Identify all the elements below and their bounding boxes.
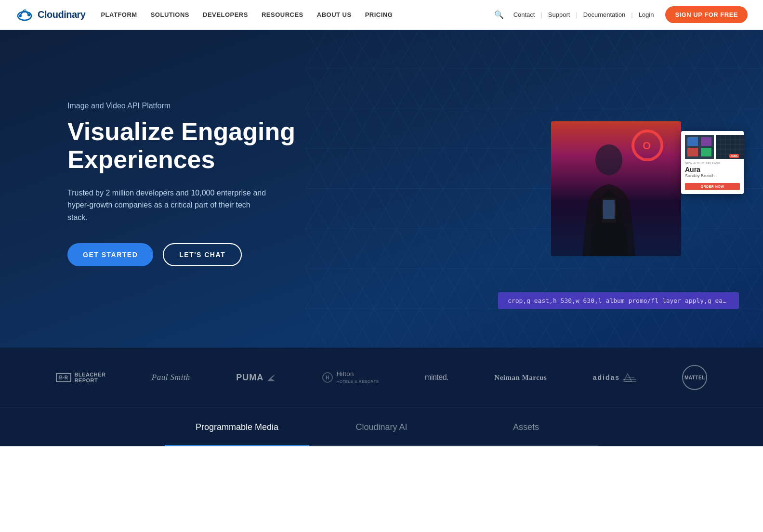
logos-strip: B·R BLEACHERREPORT Paul Smith PUMA H Hil… [0,348,763,407]
tab-assets[interactable]: Assets [454,408,598,446]
svg-point-2 [27,13,30,16]
album-order-button[interactable]: ORDER NOW [685,183,740,190]
nav-developers[interactable]: DEVELOPERS [203,11,248,18]
mattel-text: MATTEL [684,375,705,380]
search-icon[interactable]: 🔍 [494,10,504,19]
nav-support[interactable]: Support [548,11,570,18]
logo-paul-smith: Paul Smith [152,373,190,382]
svg-text:O: O [643,140,651,152]
logo-mattel: MATTEL [682,365,707,390]
svg-point-1 [19,14,22,17]
nm-text: Neiman Marcus [494,374,547,382]
album-art-left [685,135,714,159]
logo-adidas: adidas [593,373,636,382]
tab-programmable-media[interactable]: Programmable Media [165,408,309,446]
hero-content: Image and Video API Platform Visualize E… [67,102,318,266]
nav-resources[interactable]: RESOURCES [262,11,303,18]
hilton-icon: H [322,372,333,383]
hilton-text: HiltonHOTELS & RESORTS [336,371,379,385]
lets-chat-button[interactable]: LET'S CHAT [163,243,242,266]
album-artist: Sunday Brunch [685,173,740,178]
hero-description: Trusted by 2 million developers and 10,0… [67,187,270,224]
album-card: AURA NEW ALBUM RELEASE Aura Sunday Brunc… [681,131,744,194]
nav-sep-1: | [540,11,542,18]
tab-programmable-media-label: Programmable Media [196,422,278,432]
nav-contact[interactable]: Contact [513,11,535,18]
svg-rect-12 [603,200,615,219]
nav-links: PLATFORM SOLUTIONS DEVELOPERS RESOURCES … [101,11,494,18]
nav-documentation[interactable]: Documentation [583,11,625,18]
album-cover-row: AURA [685,135,740,159]
album-title: Aura [685,166,740,173]
logo-bleacher-report: B·R BLEACHERREPORT [56,372,106,383]
tab-cloudinary-ai[interactable]: Cloudinary AI [309,408,454,446]
get-started-button[interactable]: GET STARTED [67,243,153,266]
hero-url-bar: crop,g_east,h_530,w_630,l_album_promo/fl… [498,292,739,309]
album-new-release-label: NEW ALBUM RELEASE [685,162,740,165]
hero-section: Image and Video API Platform Visualize E… [0,30,763,348]
hero-buttons: GET STARTED LET'S CHAT [67,243,318,266]
bleacher-report-text: BLEACHERREPORT [74,372,105,383]
nav-pricing[interactable]: PRICING [365,11,393,18]
hero-title: Visualize Engaging Experiences [67,118,318,173]
nav-about-us[interactable]: ABOUT US [317,11,352,18]
nav-login[interactable]: Login [639,11,654,18]
svg-point-10 [595,144,622,175]
svg-text:H: H [326,375,330,380]
nav-solutions[interactable]: SOLUTIONS [151,11,189,18]
nav-right: 🔍 Contact | Support | Documentation | Lo… [494,6,748,23]
tab-cloudinary-ai-label: Cloudinary AI [355,422,407,432]
hero-subtitle: Image and Video API Platform [67,102,318,110]
logo-neiman-marcus: Neiman Marcus [494,374,547,382]
logo[interactable]: Cloudinary [15,8,85,22]
adidas-text: adidas [593,374,620,381]
album-art-right: AURA [716,135,740,159]
album-badge: AURA [729,154,739,158]
svg-rect-16 [687,148,698,156]
logo-text: Cloudinary [38,9,85,20]
tab-assets-label: Assets [513,422,539,432]
puma-icon [266,373,276,382]
svg-rect-14 [687,137,698,146]
hero-image-area: O [551,121,715,256]
paul-smith-text: Paul Smith [152,373,190,382]
hero-main-image: O [551,121,681,256]
person-svg: O [551,121,681,256]
cloudinary-logo-icon [15,8,34,22]
svg-rect-15 [701,137,711,146]
signup-button[interactable]: SIGN UP FOR FREE [665,6,748,23]
minted-text: minted. [425,373,448,382]
navbar: Cloudinary PLATFORM SOLUTIONS DEVELOPERS… [0,0,763,30]
person-image: O [551,121,681,256]
nav-platform[interactable]: PLATFORM [101,11,137,18]
tabs-section: Programmable Media Cloudinary AI Assets [0,407,763,446]
logo-hilton: H HiltonHOTELS & RESORTS [322,371,379,385]
logo-puma: PUMA [236,373,276,383]
nav-sep-3: | [631,11,632,18]
tabs-container: Programmable Media Cloudinary AI Assets [165,408,598,446]
adidas-icon [623,373,636,382]
nav-sep-2: | [576,11,577,18]
br-box-icon: B·R [56,373,72,382]
puma-text: PUMA [236,373,263,383]
album-art-svg [685,135,714,159]
logo-minted: minted. [425,373,448,382]
svg-rect-17 [701,148,711,156]
